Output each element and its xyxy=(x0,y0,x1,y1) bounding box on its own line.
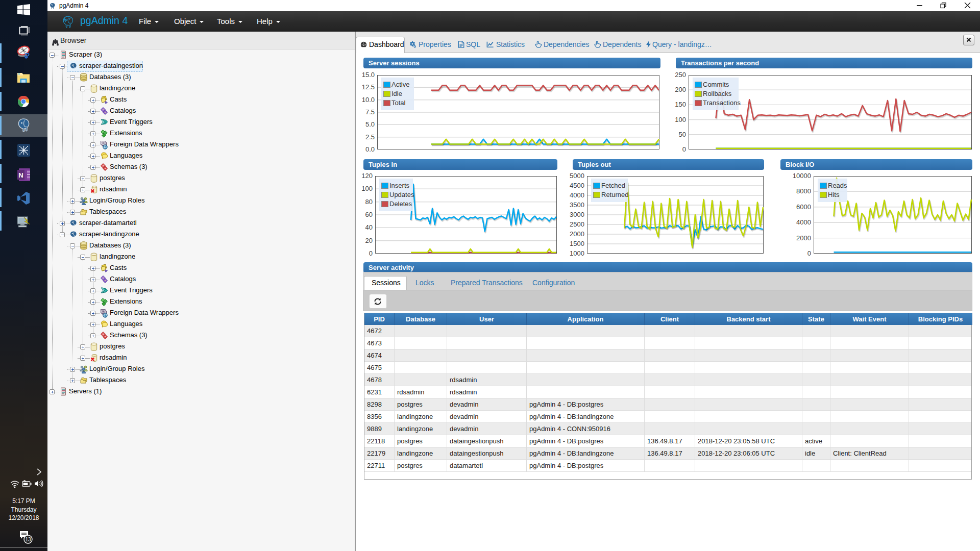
svg-text:N: N xyxy=(18,171,23,179)
svg-text:13: 13 xyxy=(25,537,31,542)
